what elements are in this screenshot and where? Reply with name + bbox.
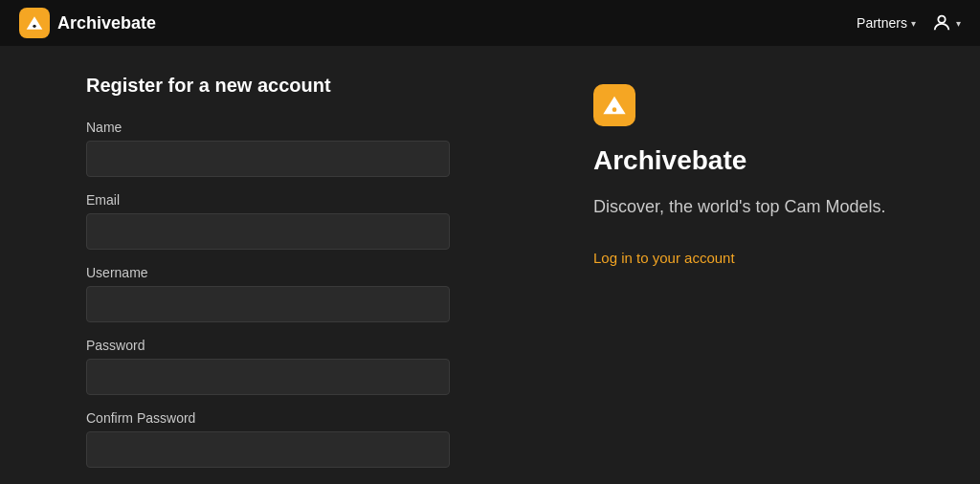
- brand-icon-svg: [25, 13, 44, 33]
- name-label: Name: [86, 120, 450, 135]
- confirm-password-label: Confirm Password: [86, 410, 450, 426]
- navbar-right: Partners ▾ ▾: [857, 12, 961, 33]
- login-link[interactable]: Log in to your account: [593, 250, 923, 266]
- brand-logo-large-icon: [601, 92, 628, 119]
- svg-point-4: [612, 107, 617, 112]
- password-field-group: Password: [86, 338, 450, 395]
- brand-icon: [19, 8, 50, 38]
- brand-logo-large: [593, 84, 635, 126]
- navbar: Archivebate Partners ▾ ▾: [0, 0, 980, 46]
- brand-logo: Archivebate: [19, 8, 156, 38]
- user-menu-button[interactable]: ▾: [931, 12, 961, 33]
- confirm-password-input[interactable]: [86, 431, 450, 468]
- registration-panel: Register for a new account Name Email Us…: [0, 46, 536, 484]
- email-input[interactable]: [86, 213, 450, 250]
- brand-name: Archivebate: [57, 13, 156, 33]
- partners-button[interactable]: Partners ▾: [857, 15, 916, 31]
- user-icon: [931, 12, 952, 33]
- name-field-group: Name: [86, 120, 450, 177]
- partners-chevron-icon: ▾: [911, 18, 916, 29]
- svg-point-1: [33, 25, 35, 28]
- brand-tagline: Discover, the world's top Cam Models.: [593, 195, 923, 219]
- page-title: Register for a new account: [86, 75, 450, 97]
- main-content: Register for a new account Name Email Us…: [0, 46, 980, 484]
- password-input[interactable]: [86, 359, 450, 395]
- user-chevron-icon: ▾: [956, 18, 961, 29]
- email-label: Email: [86, 192, 450, 208]
- brand-title-large: Archivebate: [593, 145, 923, 176]
- partners-label: Partners: [857, 15, 907, 31]
- email-field-group: Email: [86, 192, 450, 250]
- username-field-group: Username: [86, 265, 450, 322]
- confirm-password-field-group: Confirm Password: [86, 410, 450, 468]
- branding-panel: Archivebate Discover, the world's top Ca…: [536, 46, 980, 484]
- svg-point-2: [938, 16, 945, 23]
- name-input[interactable]: [86, 141, 450, 177]
- password-label: Password: [86, 338, 450, 353]
- username-label: Username: [86, 265, 450, 280]
- username-input[interactable]: [86, 286, 450, 322]
